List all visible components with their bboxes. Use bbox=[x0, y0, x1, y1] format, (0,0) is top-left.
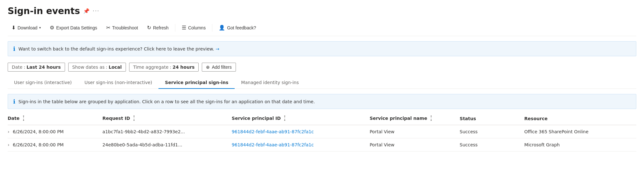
leave-preview-link[interactable]: → bbox=[216, 46, 219, 51]
spid-sort-icon[interactable]: ↑↓ bbox=[284, 115, 286, 121]
cell-spid[interactable]: 961844d2-febf-4aae-ab91-87fc2fa1c bbox=[232, 138, 370, 151]
requestid-sort-icon[interactable]: ↑↓ bbox=[133, 115, 135, 121]
download-chevron-icon: ▾ bbox=[39, 26, 41, 29]
feedback-icon: 👤 bbox=[219, 25, 225, 31]
cell-status: Success bbox=[460, 125, 524, 138]
date-sort-icon[interactable]: ↑↓ bbox=[22, 115, 25, 121]
table-row[interactable]: › 6/26/2024, 8:00:00 PM 24e80be0-5ada-4b… bbox=[8, 138, 636, 151]
col-header-requestid[interactable]: Request ID ↑↓ bbox=[102, 112, 232, 125]
page-title: Sign-in events bbox=[8, 6, 80, 16]
table-info-icon: ℹ bbox=[13, 98, 15, 105]
cell-requestid: 24e80be0-5ada-4b5d-adba-11fd1... bbox=[102, 138, 232, 151]
tab-user-interactive[interactable]: User sign-ins (interactive) bbox=[8, 77, 78, 89]
cell-date: › 6/26/2024, 8:00:00 PM bbox=[8, 125, 102, 138]
row-expander-icon[interactable]: › bbox=[8, 129, 10, 134]
cell-spname: Portal View bbox=[370, 125, 459, 138]
info-banner-text: Want to switch back to the default sign-… bbox=[18, 46, 219, 51]
columns-icon: ☰ bbox=[182, 25, 186, 31]
date-filter-chip[interactable]: Date : Last 24 hours bbox=[8, 63, 65, 72]
add-filters-button[interactable]: ⊕ Add filters bbox=[202, 63, 236, 72]
tab-managed-identity[interactable]: Managed identity sign-ins bbox=[235, 77, 305, 89]
service-principal-id-link[interactable]: 961844d2-febf-4aae-ab91-87fc2fa1c bbox=[232, 129, 314, 134]
refresh-button[interactable]: ↻ Refresh bbox=[143, 23, 172, 33]
wrench-icon: ✂ bbox=[106, 25, 110, 31]
table-row[interactable]: › 6/26/2024, 8:00:00 PM a1bc7fa1-9bb2-4b… bbox=[8, 125, 636, 138]
cell-resource: Office 365 SharePoint Online bbox=[524, 125, 636, 138]
download-icon: ⬇ bbox=[11, 25, 16, 31]
col-header-spname[interactable]: Service principal name ↑↓ bbox=[370, 112, 459, 125]
col-header-date[interactable]: Date ↑↓ bbox=[8, 112, 102, 125]
info-banner: ℹ Want to switch back to the default sig… bbox=[8, 41, 636, 56]
troubleshoot-button[interactable]: ✂ Troubleshoot bbox=[102, 23, 142, 33]
add-filter-icon: ⊕ bbox=[206, 65, 210, 70]
service-principal-id-link[interactable]: 961844d2-febf-4aae-ab91-87fc2fa1c bbox=[232, 142, 314, 147]
info-icon: ℹ bbox=[13, 45, 15, 52]
pin-icon[interactable]: 📌 bbox=[83, 8, 90, 14]
cell-spid[interactable]: 961844d2-febf-4aae-ab91-87fc2fa1c bbox=[232, 125, 370, 138]
tab-user-non-interactive[interactable]: User sign-ins (non-interactive) bbox=[78, 77, 158, 89]
cell-date: › 6/26/2024, 8:00:00 PM bbox=[8, 138, 102, 151]
spname-sort-icon[interactable]: ↑↓ bbox=[430, 115, 433, 121]
tabs-row: User sign-ins (interactive) User sign-in… bbox=[8, 77, 636, 89]
cell-spname: Portal View bbox=[370, 138, 459, 151]
refresh-icon: ↻ bbox=[147, 25, 151, 31]
row-expander-icon[interactable]: › bbox=[8, 142, 10, 147]
time-aggregate-filter-chip[interactable]: Time aggregate : 24 hours bbox=[129, 63, 199, 72]
feedback-button[interactable]: 👤 Got feedback? bbox=[215, 23, 260, 33]
toolbar: ⬇ Download ▾ ⚙ Export Data Settings ✂ Tr… bbox=[8, 23, 636, 36]
col-header-resource[interactable]: Resource bbox=[524, 112, 636, 125]
tab-service-principal[interactable]: Service principal sign-ins bbox=[158, 77, 235, 89]
table-info-text: Sign-ins in the table below are grouped … bbox=[18, 99, 315, 104]
col-header-spid[interactable]: Service principal ID ↑↓ bbox=[232, 112, 370, 125]
toolbar-separator bbox=[175, 24, 175, 32]
cell-status: Success bbox=[460, 138, 524, 151]
export-data-settings-button[interactable]: ⚙ Export Data Settings bbox=[46, 23, 101, 33]
filter-row: Date : Last 24 hours Show dates as : Loc… bbox=[8, 63, 636, 72]
more-options-icon[interactable]: ··· bbox=[93, 8, 99, 14]
download-button[interactable]: ⬇ Download ▾ bbox=[8, 23, 45, 33]
cell-requestid: a1bc7fa1-9bb2-4bd2-a832-7993e2... bbox=[102, 125, 232, 138]
cell-resource: Microsoft Graph bbox=[524, 138, 636, 151]
gear-icon: ⚙ bbox=[50, 25, 54, 31]
show-dates-filter-chip[interactable]: Show dates as : Local bbox=[68, 63, 126, 72]
table-info-box: ℹ Sign-ins in the table below are groupe… bbox=[8, 94, 636, 109]
col-header-status[interactable]: Status bbox=[460, 112, 524, 125]
sign-in-table: Date ↑↓ Request ID ↑↓ Service principal … bbox=[8, 112, 636, 151]
toolbar-separator-2 bbox=[212, 24, 212, 32]
columns-button[interactable]: ☰ Columns bbox=[178, 23, 209, 33]
